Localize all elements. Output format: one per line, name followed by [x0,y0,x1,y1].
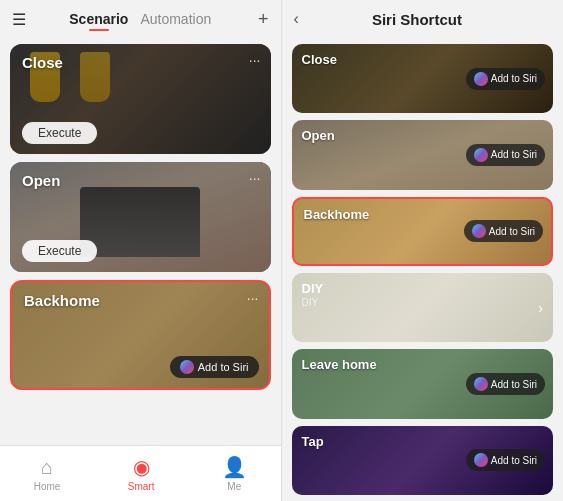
tab-automation[interactable]: Automation [140,11,211,27]
card-label-open: Open [22,172,60,189]
right-panel: ‹ Siri Shortcut Close Add to Siri Open A… [282,0,564,501]
add-siri-tap[interactable]: Add to Siri [466,449,545,471]
add-siri-label-backhome: Add to Siri [489,226,535,237]
siri-label-diy: DIY [302,281,324,296]
page-title: Siri Shortcut [307,11,527,28]
add-to-siri-label: Add to Siri [198,361,249,373]
card-more-backhome[interactable]: ··· [247,290,259,306]
execute-button-close[interactable]: Execute [22,122,97,144]
nav-item-home[interactable]: ⌂ Home [34,456,61,492]
add-siri-label-open: Add to Siri [491,149,537,160]
nav-label-smart: Smart [128,481,155,492]
card-more-close[interactable]: ··· [249,52,261,68]
scenario-list: Close ··· Execute Open ··· Execute Backh… [0,38,281,445]
scenario-card-open[interactable]: Open ··· Execute [10,162,271,272]
add-to-siri-button-backhome[interactable]: Add to Siri [170,356,259,378]
siri-icon-leavehome [474,377,488,391]
siri-card-diy[interactable]: DIY DIY › [292,273,554,342]
siri-icon-open [474,148,488,162]
add-siri-label-close: Add to Siri [491,73,537,84]
nav-item-me[interactable]: 👤 Me [222,455,247,492]
siri-card-backhome[interactable]: Backhome Add to Siri [292,197,554,266]
siri-label-open: Open [302,128,335,143]
siri-shortcut-list: Close Add to Siri Open Add to Siri Backh… [282,38,564,501]
me-nav-icon: 👤 [222,455,247,479]
left-header: ☰ Scenario Automation + [0,0,281,38]
siri-sublabel-diy: DIY [302,297,319,308]
siri-icon-close [474,72,488,86]
siri-icon [180,360,194,374]
add-siri-backhome[interactable]: Add to Siri [464,220,543,242]
siri-icon-backhome [472,224,486,238]
nav-label-me: Me [227,481,241,492]
siri-card-tap[interactable]: Tap Add to Siri [292,426,554,495]
menu-icon[interactable]: ☰ [12,10,26,29]
nav-label-home: Home [34,481,61,492]
siri-label-tap: Tap [302,434,324,449]
nav-item-smart[interactable]: ◉ Smart [128,455,155,492]
card-label-backhome: Backhome [24,292,100,309]
chevron-icon-diy: › [538,300,543,316]
card-more-open[interactable]: ··· [249,170,261,186]
siri-card-close[interactable]: Close Add to Siri [292,44,554,113]
scenario-card-backhome[interactable]: Backhome ··· Add to Siri [10,280,271,390]
siri-label-close: Close [302,52,337,67]
siri-label-leavehome: Leave home [302,357,377,372]
execute-button-open[interactable]: Execute [22,240,97,262]
add-siri-close[interactable]: Add to Siri [466,68,545,90]
add-siri-leavehome[interactable]: Add to Siri [466,373,545,395]
siri-icon-tap [474,453,488,467]
smart-nav-icon: ◉ [133,455,150,479]
add-siri-label-leavehome: Add to Siri [491,379,537,390]
right-header: ‹ Siri Shortcut [282,0,564,38]
left-panel: ☰ Scenario Automation + Close ··· Execut… [0,0,281,501]
bottom-nav: ⌂ Home ◉ Smart 👤 Me [0,445,281,501]
home-nav-icon: ⌂ [41,456,53,479]
tab-scenario[interactable]: Scenario [69,11,128,27]
add-siri-open[interactable]: Add to Siri [466,144,545,166]
siri-card-leavehome[interactable]: Leave home Add to Siri [292,349,554,418]
back-icon[interactable]: ‹ [294,10,299,28]
add-icon[interactable]: + [258,9,269,30]
card-label-close: Close [22,54,63,71]
siri-card-open[interactable]: Open Add to Siri [292,120,554,189]
siri-label-backhome: Backhome [304,207,370,222]
scenario-card-close[interactable]: Close ··· Execute [10,44,271,154]
add-siri-label-tap: Add to Siri [491,455,537,466]
tab-group: Scenario Automation [69,11,211,27]
